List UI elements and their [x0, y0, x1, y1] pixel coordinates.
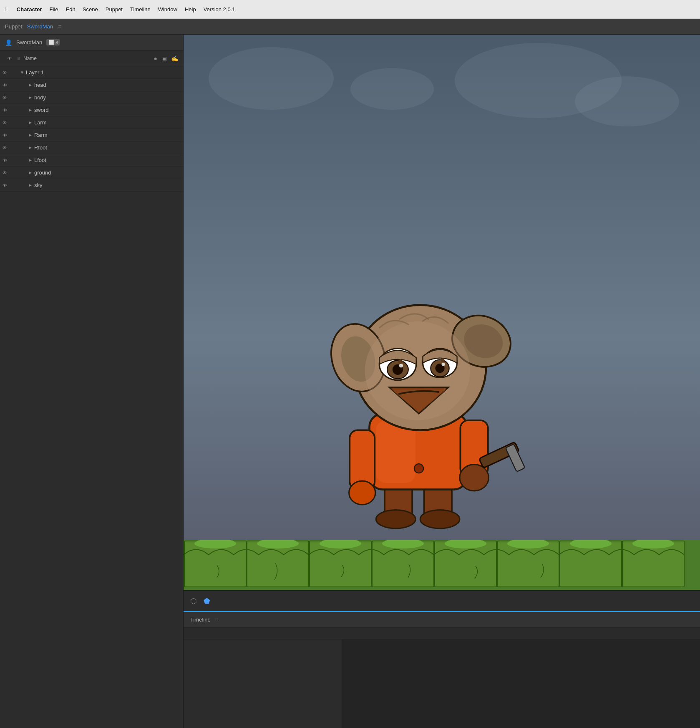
- chevron-right[interactable]: ►: [28, 183, 33, 187]
- menu-help[interactable]: Help: [185, 6, 196, 13]
- layer-name: Layer 1: [26, 69, 44, 76]
- timeline-track-labels: [184, 640, 342, 728]
- eye-icon[interactable]: 👁: [0, 120, 9, 125]
- timeline-track-area: [342, 640, 700, 728]
- layer-name: sky: [34, 182, 43, 188]
- person-icon: 👤: [5, 39, 12, 46]
- chevron-right[interactable]: ►: [28, 83, 33, 87]
- layer-row[interactable]: 👁 ► Rarm: [0, 129, 183, 142]
- scene-canvas: [184, 35, 700, 590]
- menu-scene[interactable]: Scene: [83, 6, 98, 13]
- layer-header: 👁 ♕ Name ● ▣ ✍: [0, 51, 183, 66]
- eye-icon[interactable]: 👁: [0, 108, 9, 113]
- eye-icon[interactable]: 👁: [0, 183, 9, 188]
- layer-row[interactable]: 👁 ► head: [0, 79, 183, 91]
- layer-row[interactable]: 👁 ► Larm: [0, 116, 183, 129]
- cloud: [575, 76, 679, 126]
- crown-col-header: ♕: [14, 55, 23, 61]
- layer-list: 👁 ▼ Layer 1 👁 ► head 👁: [0, 66, 183, 192]
- chevron-right[interactable]: ►: [28, 133, 33, 137]
- layer-row[interactable]: 👁 ▼ Layer 1: [0, 66, 183, 79]
- puppet-menu-icon[interactable]: ≡: [58, 23, 61, 30]
- eye-icon-header: 👁: [7, 56, 12, 61]
- timeline-header: Timeline ≡: [184, 612, 700, 628]
- puppet-name[interactable]: SwordMan: [27, 23, 53, 30]
- svg-rect-29: [506, 444, 525, 472]
- layer-name: body: [34, 94, 46, 101]
- canvas-toolbar: ⬡ ⬟: [184, 590, 700, 611]
- hand-icon[interactable]: ✍: [171, 55, 178, 62]
- chevron-right[interactable]: ►: [28, 95, 33, 100]
- layer-name: Rarm: [34, 132, 48, 138]
- character-name: SwordMan: [16, 39, 42, 46]
- svg-point-20: [420, 510, 460, 528]
- chevron-right[interactable]: ►: [28, 158, 33, 162]
- mesh-tool-button[interactable]: ⬡: [190, 597, 197, 606]
- menu-version: Version 2.0.1: [204, 6, 235, 13]
- main-layout: 👤 SwordMan ⬜ 8 👁 ♕ Name ● ▣ ✍: [0, 35, 700, 728]
- svg-point-23: [414, 464, 423, 473]
- timeline-ruler: [184, 628, 700, 640]
- layer-name: sword: [34, 107, 49, 113]
- layer-name: ground: [34, 169, 51, 176]
- timeline-tracks: [184, 640, 700, 728]
- layer-name: Larm: [34, 119, 47, 126]
- menu-character[interactable]: Character: [17, 6, 42, 13]
- ground-svg: [184, 540, 700, 590]
- menu-timeline[interactable]: Timeline: [130, 6, 151, 13]
- canvas-area[interactable]: ⬡ ⬟: [184, 35, 700, 611]
- svg-point-19: [376, 510, 415, 528]
- header-actions: ● ▣ ✍: [154, 55, 178, 62]
- eye-icon[interactable]: 👁: [0, 133, 9, 138]
- chevron-right[interactable]: ►: [28, 145, 33, 150]
- puppet-prefix: Puppet:: [5, 23, 24, 30]
- svg-point-50: [441, 358, 444, 362]
- layer-name: Lfoot: [34, 157, 46, 163]
- eye-col-header: 👁: [5, 55, 14, 61]
- timeline-panel: Timeline ≡: [184, 611, 700, 728]
- puppet-bar: Puppet: SwordMan ≡: [0, 19, 700, 35]
- menu-edit[interactable]: Edit: [66, 6, 75, 13]
- apple-menu[interactable]: : [5, 5, 8, 13]
- chevron-right[interactable]: ►: [28, 108, 33, 112]
- layers-count: 8: [55, 40, 58, 45]
- layer-row[interactable]: 👁 ► Lfoot: [0, 154, 183, 167]
- layer-row[interactable]: 👁 ► sword: [0, 104, 183, 116]
- svg-point-27: [460, 465, 488, 491]
- layer-row[interactable]: 👁 ► body: [0, 91, 183, 104]
- camera-icon[interactable]: ▣: [161, 55, 167, 62]
- chevron-right[interactable]: ►: [28, 170, 33, 175]
- character-sprite: [304, 292, 534, 542]
- menu-file[interactable]: File: [50, 6, 58, 13]
- shape-tool-button[interactable]: ⬟: [204, 597, 210, 606]
- char-header: 👤 SwordMan ⬜ 8: [0, 35, 183, 51]
- eye-icon[interactable]: 👁: [0, 70, 9, 75]
- layer-row[interactable]: 👁 ► Rfoot: [0, 142, 183, 154]
- eye-icon[interactable]: 👁: [0, 95, 9, 100]
- eye-icon[interactable]: 👁: [0, 145, 9, 150]
- eye-icon[interactable]: 👁: [0, 83, 9, 88]
- layers-badge: ⬜ 8: [46, 39, 60, 46]
- chevron-down[interactable]: ▼: [20, 70, 24, 75]
- menu-window[interactable]: Window: [158, 6, 177, 13]
- cloud: [209, 47, 334, 110]
- timeline-content: [184, 628, 700, 728]
- chevron-right[interactable]: ►: [28, 120, 33, 125]
- left-panel: 👤 SwordMan ⬜ 8 👁 ♕ Name ● ▣ ✍: [0, 35, 184, 728]
- layers-icon: ⬜: [48, 40, 54, 45]
- layer-row[interactable]: 👁 ► sky: [0, 179, 183, 192]
- crown-icon-header: ♕: [17, 56, 21, 61]
- layer-row[interactable]: 👁 ► ground: [0, 167, 183, 179]
- menu-bar:  Character File Edit Scene Puppet Timel…: [0, 0, 700, 19]
- menu-puppet[interactable]: Puppet: [106, 6, 123, 13]
- timeline-label: Timeline: [190, 617, 211, 623]
- svg-point-49: [441, 363, 445, 366]
- cloud: [350, 68, 434, 110]
- eye-icon[interactable]: 👁: [0, 158, 9, 163]
- layer-name: Rfoot: [34, 144, 47, 151]
- record-icon[interactable]: ●: [154, 55, 157, 62]
- eye-icon[interactable]: 👁: [0, 170, 9, 175]
- timeline-menu-icon[interactable]: ≡: [215, 617, 218, 623]
- svg-point-45: [398, 359, 403, 364]
- svg-point-25: [349, 481, 375, 505]
